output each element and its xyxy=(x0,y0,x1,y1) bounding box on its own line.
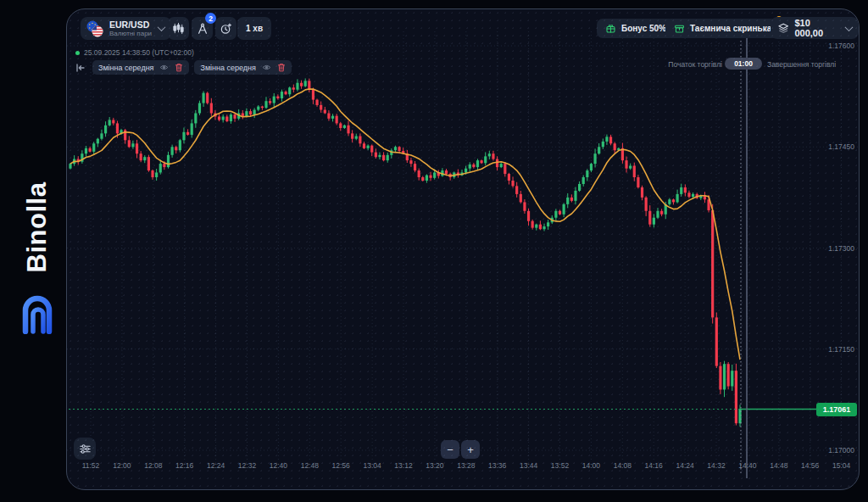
eye-icon[interactable] xyxy=(262,63,271,72)
asset-texts: EUR/USD Валютні пари xyxy=(109,20,152,37)
x-axis-label: 12:08 xyxy=(139,461,168,470)
x-axis-label: 13:52 xyxy=(546,461,575,470)
y-axis-label: 1.17300 xyxy=(812,244,854,253)
chevron-down-icon xyxy=(158,23,166,31)
y-axis-label: 1.17600 xyxy=(812,42,854,50)
mystery-box-label: Таємнича скринька xyxy=(690,24,771,33)
alert-button[interactable] xyxy=(215,17,236,40)
x-axis-label: 11:52 xyxy=(76,461,105,470)
indicator-chip[interactable]: Змінна середня xyxy=(92,60,189,75)
chart-settings-button[interactable] xyxy=(74,438,96,460)
indicator-label: Змінна середня xyxy=(200,64,255,72)
y-axis-label: 1.17000 xyxy=(812,446,854,455)
drawing-tools-button[interactable]: 2 xyxy=(192,17,213,40)
account-balance-button[interactable]: $10 000,00 xyxy=(771,17,859,39)
chart-type-button[interactable] xyxy=(168,17,189,40)
mystery-box-button[interactable]: Таємнича скринька xyxy=(665,19,780,38)
bonus-label: Бонус 50% xyxy=(621,24,666,33)
session-info: 25.09.2025 14:38:50 (UTC+02:00) xyxy=(75,48,194,57)
indicator-label: Змінна середня xyxy=(98,64,153,72)
x-axis-label: 13:36 xyxy=(483,461,512,470)
x-axis-label: 14:48 xyxy=(765,461,793,470)
x-axis-label: 12:00 xyxy=(108,461,136,470)
x-axis-label: 14:40 xyxy=(733,461,762,470)
collapse-indicators-button[interactable] xyxy=(74,61,87,75)
collapse-left-icon xyxy=(75,63,86,73)
x-axis-label: 12:24 xyxy=(202,461,231,470)
zoom-in-button[interactable]: + xyxy=(461,440,480,459)
asset-category-label: Валютні пари xyxy=(109,30,152,37)
x-axis-label: 12:56 xyxy=(326,461,355,470)
chart-panel: EUR/USD Валютні пари xyxy=(66,8,860,490)
trash-icon[interactable] xyxy=(277,63,286,72)
x-axis-label: 13:28 xyxy=(452,461,481,470)
x-axis-label: 13:20 xyxy=(420,461,449,470)
eye-icon[interactable] xyxy=(159,63,169,72)
current-price-badge: 1.17061 xyxy=(816,403,857,416)
asset-selector[interactable]: EUR/USD Валютні пари xyxy=(81,17,171,40)
brand-wordmark: Binolla xyxy=(22,182,53,273)
x-axis-label: 14:00 xyxy=(576,461,605,470)
chart-tool-group: 2 xyxy=(168,17,236,40)
x-axis-label: 12:16 xyxy=(170,461,199,470)
y-axis-label: 1.17450 xyxy=(812,142,854,151)
sliders-icon xyxy=(79,443,92,455)
zoom-controls: − + xyxy=(441,440,480,459)
compass-icon xyxy=(197,23,209,35)
x-axis-label: 14:16 xyxy=(639,461,668,470)
session-info-text: 25.09.2025 14:38:50 (UTC+02:00) xyxy=(84,48,194,57)
app-root: Binolla xyxy=(0,0,868,502)
binolla-logo-icon xyxy=(20,293,54,334)
trade-start-label: Початок торгівлі xyxy=(609,60,722,69)
currency-pair-flags-icon xyxy=(86,20,104,37)
gift-icon xyxy=(605,23,616,34)
x-axis-label: 12:32 xyxy=(233,461,262,470)
trash-icon[interactable] xyxy=(175,63,183,72)
trade-end-label: Завершення торгівлі xyxy=(767,60,836,69)
trade-countdown-pill: 01:00 xyxy=(725,58,762,70)
asset-pair-label: EUR/USD xyxy=(109,20,152,30)
indicator-chip[interactable]: Змінна середня xyxy=(194,60,291,75)
x-axis-label: 13:04 xyxy=(358,461,387,470)
x-axis-label: 13:12 xyxy=(389,461,418,470)
x-axis-label: 12:40 xyxy=(264,461,292,470)
chart-canvas xyxy=(67,9,860,490)
mystery-box-icon xyxy=(674,23,685,34)
bonus-button[interactable]: Бонус 50% xyxy=(597,19,675,38)
timeframe-button[interactable]: 1 хв xyxy=(237,17,271,40)
x-axis-label: 14:32 xyxy=(702,461,731,470)
candles-icon xyxy=(172,22,185,35)
chevron-down-icon xyxy=(845,23,854,31)
x-axis-label: 12:48 xyxy=(295,461,324,470)
timeframe-label: 1 хв xyxy=(246,24,263,33)
live-dot-icon xyxy=(75,51,80,55)
indicator-chips-row: Змінна середня Змінна середня xyxy=(74,60,292,75)
x-axis-label: 15:04 xyxy=(827,461,856,470)
x-axis-label: 14:56 xyxy=(796,461,825,470)
x-axis-label: 14:24 xyxy=(670,461,699,470)
x-axis-label: 14:08 xyxy=(608,461,637,470)
y-axis-label: 1.17150 xyxy=(812,345,854,354)
account-stack-icon xyxy=(777,22,789,34)
balance-value: $10 000,00 xyxy=(794,18,839,38)
x-axis-label: 13:44 xyxy=(515,461,543,470)
alarm-plus-icon xyxy=(220,22,232,35)
zoom-out-button[interactable]: − xyxy=(441,440,459,459)
